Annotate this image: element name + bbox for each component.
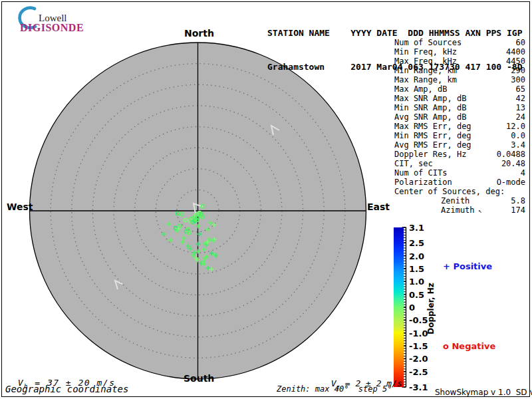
doppler-colorbar [394, 227, 404, 387]
source-marker-positive [205, 240, 210, 245]
colorbar-tick-label: -0.5 [409, 315, 428, 325]
source-marker-positive [188, 247, 193, 251]
source-marker-positive [176, 227, 181, 231]
source-marker-negative [200, 215, 203, 218]
legend-negative-label: Negative [452, 341, 495, 351]
compass-label-south: South [184, 373, 211, 384]
skymap-disc [30, 43, 366, 379]
stat-value: 13 [516, 103, 525, 112]
stat-label: Max Freq, kHz [394, 57, 457, 66]
source-marker-positive [207, 237, 212, 242]
source-marker-positive [204, 243, 209, 247]
source-marker-negative [198, 213, 201, 217]
source-marker-positive [196, 242, 201, 247]
colorbar-tick-label: 0.5 [409, 289, 424, 299]
source-marker-negative [194, 213, 198, 216]
stat-value: 65 [516, 84, 525, 94]
colorbar-tick-label: 3.1 [409, 223, 424, 233]
colorbar-tick-label: 2.0 [409, 251, 424, 261]
stat-label: Zenith [394, 196, 469, 205]
source-marker-positive [212, 223, 217, 227]
stat-row: Doppler Res, Hz0.0488 [394, 150, 525, 159]
stat-row: Max RMS Err, deg12.0 [394, 122, 525, 131]
stat-value: 4450 [506, 57, 525, 66]
coordinates-mode-label: Geographic coordinates [5, 384, 128, 394]
colorbar-tick-label: -1.5 [409, 341, 428, 351]
circle-marker-icon: o [443, 341, 449, 351]
software-version-label: ShowSkymap v 1.0 SD v 5.1 [435, 388, 532, 397]
source-marker-negative [187, 231, 190, 234]
source-marker-negative [200, 212, 203, 215]
zenith-range-label: Zenith: max 40° step 5° [277, 384, 392, 394]
source-marker-negative [178, 224, 181, 227]
zenith-ring [135, 148, 261, 274]
compass-label-north: North [184, 28, 212, 39]
zenith-ring [156, 169, 240, 253]
stat-value: 4400 [506, 47, 525, 57]
source-marker-negative [194, 217, 197, 220]
source-marker-negative [196, 215, 199, 219]
stat-row: Max SNR Amp, dB42 [394, 94, 525, 103]
source-marker-positive [212, 253, 217, 257]
stat-row: Min Freq, kHz4400 [394, 47, 525, 57]
source-marker-negative [184, 218, 187, 221]
station-header-columns: STATION NAME YYYY DATE DDD HHMMSS AXN PP… [267, 27, 523, 39]
stat-row: Zenith5.8 [394, 196, 525, 205]
source-marker-positive [205, 255, 209, 259]
source-marker-positive [192, 251, 197, 255]
stat-value: 290 [511, 66, 525, 75]
source-marker-positive [167, 222, 172, 227]
zenith-ring [72, 84, 325, 337]
stat-value: 0.0488 [497, 150, 525, 159]
logo-text-digisonde: DIGISONDE [20, 22, 84, 34]
plus-marker-icon: + [443, 261, 450, 271]
stat-value: 174 [511, 205, 525, 215]
source-marker-negative [188, 219, 192, 222]
stat-label: Max Range, km [394, 75, 457, 84]
colorbar-tick-label: -1.0 [409, 328, 428, 338]
stat-row: Max Freq, kHz4450 [394, 57, 525, 66]
azimuth-arrow-icon: ↖ [475, 207, 482, 214]
source-marker-positive [208, 221, 213, 225]
source-marker-positive [168, 238, 173, 243]
stat-label: Doppler Res, Hz [394, 150, 466, 159]
stat-label: Max SNR Amp, dB [394, 94, 466, 103]
colorbar-tick-label: 1.5 [409, 263, 424, 273]
source-marker-positive [212, 237, 217, 242]
stat-row: Min Range, km290 [394, 66, 525, 75]
stat-row: Max Amp, dB65 [394, 84, 525, 94]
colorbar-tick-label: 2.5 [409, 238, 424, 248]
source-marker-negative [190, 217, 193, 220]
colorbar-axis-label: Doppler, Hz [426, 283, 436, 334]
legend-positive-label: Positive [453, 261, 492, 271]
source-marker-negative [180, 212, 183, 215]
source-marker-positive [199, 261, 203, 266]
stats-panel: Num of Sources60Min Freq, kHz4400Max Fre… [394, 38, 525, 215]
stat-label: Center of Sources, deg: [394, 187, 505, 196]
stat-row: Azimuth ↖174 [394, 205, 525, 215]
source-marker-negative [191, 220, 194, 223]
source-marker-negative [192, 215, 196, 219]
stat-row: Center of Sources, deg: [394, 187, 525, 196]
stat-label: Avg SNR Amp, dB [394, 112, 466, 122]
stat-label: Min Range, km [394, 66, 457, 75]
stat-value: 60 [516, 38, 525, 47]
stat-value: 42 [516, 94, 525, 103]
source-marker-positive [198, 232, 202, 237]
stat-value: 20.48 [501, 159, 525, 168]
source-marker-positive [181, 240, 186, 245]
stat-value: 5.8 [511, 196, 525, 205]
source-marker-positive [209, 267, 214, 272]
source-marker-positive [209, 251, 214, 256]
stat-value: O-mode [497, 178, 525, 187]
stat-row: Avg RMS Err, deg3.4 [394, 140, 525, 150]
source-marker-positive [214, 253, 219, 258]
lowell-digisonde-logo: Lowell DIGISONDE [8, 3, 101, 30]
compass-label-east: East [367, 201, 390, 212]
colorbar-tick-label: -2.0 [409, 354, 428, 364]
colorbar-tick-label: -3.1 [409, 382, 428, 392]
source-marker-positive [205, 227, 210, 232]
stat-label: Min Freq, kHz [394, 47, 457, 57]
zenith-ring [177, 190, 219, 231]
source-marker-negative [174, 226, 177, 229]
